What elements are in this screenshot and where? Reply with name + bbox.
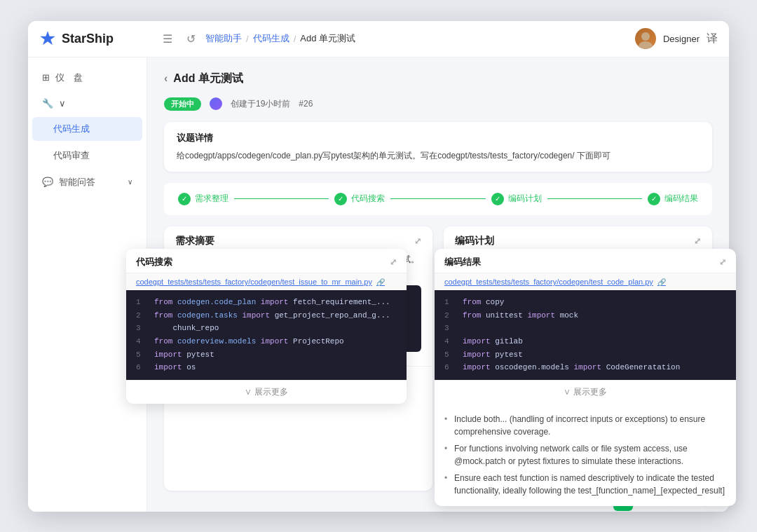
breadcrumb-item-1[interactable]: 智能助手 xyxy=(205,32,242,45)
top-nav: ☰ ↺ 智能助手 / 代码生成 / Add 单元测试 xyxy=(158,29,635,48)
expand-result-icon[interactable]: ⤢ xyxy=(719,257,726,267)
sidebar-group-2[interactable]: 💬 智能问答 ∨ xyxy=(32,170,142,194)
search-line-6: 6import os xyxy=(136,361,397,374)
extra-bullet-2: For functions involving network calls or… xyxy=(444,440,726,470)
code-search-code: 1from codegen.code_plan import fetch_req… xyxy=(126,290,407,380)
coding-result-header: 编码结果 ⤢ xyxy=(435,249,736,273)
search-line-3: 3 chunk_repo xyxy=(136,322,397,335)
result-link-icon: 🔗 xyxy=(657,278,666,286)
step-4: ✓ 编码结果 xyxy=(648,193,698,205)
coding-plan-title: 编码计划 xyxy=(455,235,494,247)
breadcrumb-sep-2: / xyxy=(294,34,296,44)
refresh-button[interactable]: ↺ xyxy=(182,29,200,48)
sidebar-group-1-chevron: ∨ xyxy=(59,98,66,109)
menu-button[interactable]: ☰ xyxy=(158,29,177,48)
search-line-5: 5import pytest xyxy=(136,348,397,362)
requirement-summary-title: 需求摘要 xyxy=(175,235,214,247)
breadcrumb-sep-1: / xyxy=(246,34,249,44)
issue-meta: 开始中 创建于19小时前 #26 xyxy=(164,97,712,111)
code-review-label: 代码审查 xyxy=(53,149,90,162)
expand-req-icon[interactable]: ⤢ xyxy=(414,236,421,246)
issue-number: #26 xyxy=(299,99,313,109)
result-line-2: 2from unittest import mock xyxy=(444,309,726,322)
code-search-title: 代码搜索 xyxy=(136,256,172,268)
step-1: ✓ 需求整理 xyxy=(178,193,229,205)
coding-result-file-link[interactable]: codegpt_tests/tests/tests_factory/codege… xyxy=(435,273,736,290)
result-line-1: 1from copy xyxy=(444,296,726,309)
code-search-overlay: 代码搜索 ⤢ codegpt_tests/tests/tests_factory… xyxy=(126,249,407,404)
step-line-2 xyxy=(390,198,485,199)
app-name: StarShip xyxy=(62,32,114,46)
result-line-6: 6import oscodegen.models import CodeGene… xyxy=(444,361,726,374)
step-4-check: ✓ xyxy=(648,193,660,205)
step-2: ✓ 代码搜索 xyxy=(334,193,385,205)
expand-plan-icon[interactable]: ⤢ xyxy=(694,236,701,246)
avatar xyxy=(635,28,656,49)
step-1-label: 需求整理 xyxy=(195,193,229,205)
result-file-path: codegpt_tests/tests/tests_factory/codege… xyxy=(444,278,653,286)
coding-result-code: 1from copy 2from unittest import mock 3 … xyxy=(435,290,736,380)
search-file-path: codegpt_tests/tests/tests_factory/codege… xyxy=(136,278,372,286)
top-bar: StarShip ☰ ↺ 智能助手 / 代码生成 / Add 单元测试 Desi… xyxy=(28,21,729,57)
step-2-label: 代码搜索 xyxy=(351,193,385,205)
status-badge: 开始中 xyxy=(164,97,201,111)
step-3: ✓ 编码计划 xyxy=(491,193,542,205)
step-3-check: ✓ xyxy=(491,193,504,205)
step-line-3 xyxy=(547,198,642,199)
svg-point-0 xyxy=(641,32,650,41)
chat-icon: 💬 xyxy=(42,177,53,187)
step-3-label: 编码计划 xyxy=(508,193,542,205)
search-line-2: 2from codegen.tasks import get_project_r… xyxy=(136,309,397,322)
sidebar-item-code-gen[interactable]: 代码生成 xyxy=(32,117,142,141)
username-label: Designer xyxy=(663,34,700,44)
step-1-check: ✓ xyxy=(178,193,191,205)
search-line-4: 4from codereview.models import ProjectRe… xyxy=(136,335,397,348)
back-button[interactable]: ‹ xyxy=(164,72,168,85)
progress-steps: ✓ 需求整理 ✓ 代码搜索 ✓ 编码计划 ✓ 编码结果 xyxy=(164,183,712,215)
issue-detail-content: 给codegpt/apps/codegen/code_plan.py写pytes… xyxy=(177,150,700,162)
coding-result-title: 编码结果 xyxy=(444,256,481,268)
breadcrumb: 智能助手 / 代码生成 / Add 单元测试 xyxy=(205,32,355,45)
search-show-more[interactable]: ∨ 展示更多 xyxy=(126,380,407,404)
top-right: Designer 译 xyxy=(635,28,718,49)
sidebar-group-1[interactable]: 🔧 ∨ xyxy=(32,93,142,114)
extra-bullet-3: Ensure each test function is named descr… xyxy=(444,470,726,499)
result-line-4: 4import gitlab xyxy=(444,335,726,348)
creator-time: 创建于19小时前 xyxy=(231,98,290,110)
search-line-1: 1from codegen.code_plan import fetch_req… xyxy=(136,296,397,309)
sidebar-item-code-review[interactable]: 代码审查 xyxy=(32,144,142,168)
svg-point-1 xyxy=(639,41,653,49)
breadcrumb-current: Add 单元测试 xyxy=(300,32,355,45)
dashboard-icon: ⊞ xyxy=(42,72,50,83)
translate-icon[interactable]: 译 xyxy=(707,32,718,46)
page-title: Add 单元测试 xyxy=(173,71,243,86)
issue-detail-card: 议题详情 给codegpt/apps/codegen/code_plan.py写… xyxy=(164,122,712,172)
issue-detail-title: 议题详情 xyxy=(177,132,700,144)
code-search-file-link[interactable]: codegpt_tests/tests/tests_factory/codege… xyxy=(126,273,407,290)
page-header: ‹ Add 单元测试 xyxy=(164,71,712,86)
step-2-check: ✓ xyxy=(334,193,347,205)
step-line-1 xyxy=(234,198,329,199)
dashboard-label: 仪 盘 xyxy=(55,71,83,84)
result-line-3: 3 xyxy=(444,322,726,335)
gear-icon: 🔧 xyxy=(42,98,53,109)
logo-area: StarShip xyxy=(39,30,158,47)
breadcrumb-item-2[interactable]: 代码生成 xyxy=(253,32,289,45)
group2-chevron: ∨ xyxy=(128,178,132,186)
extra-bullet-1: Include both... (handling of incorrect i… xyxy=(444,411,726,440)
sidebar-group-2-label: 智能问答 xyxy=(59,176,95,189)
step-4-label: 编码结果 xyxy=(664,193,698,205)
expand-search-icon[interactable]: ⤢ xyxy=(390,257,397,267)
result-extra-bullets: Include both... (handling of incorrect i… xyxy=(435,404,736,506)
external-link-icon: 🔗 xyxy=(376,278,385,286)
creator-avatar xyxy=(210,97,222,110)
result-line-5: 5import pytest xyxy=(444,348,726,362)
code-gen-label: 代码生成 xyxy=(53,123,90,135)
starship-logo-icon xyxy=(39,30,56,47)
code-search-header: 代码搜索 ⤢ xyxy=(126,249,407,273)
result-show-more[interactable]: ∨ 展示更多 xyxy=(435,380,736,404)
coding-result-overlay: 编码结果 ⤢ codegpt_tests/tests/tests_factory… xyxy=(435,249,736,506)
sidebar-item-dashboard[interactable]: ⊞ 仪 盘 xyxy=(32,66,142,90)
